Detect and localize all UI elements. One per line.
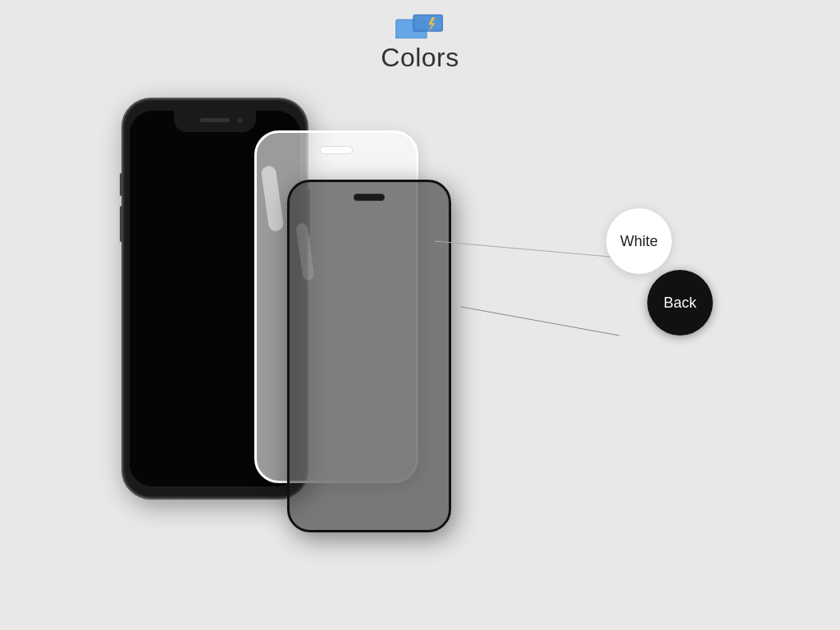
glass-protector-black: [287, 180, 451, 532]
color-label-white[interactable]: White: [606, 208, 672, 274]
svg-line-6: [461, 307, 619, 336]
svg-rect-3: [414, 16, 441, 30]
color-label-black[interactable]: Back: [647, 270, 713, 336]
main-content: White Back: [0, 81, 840, 630]
iphone-side-btn-mute: [120, 173, 123, 196]
iphone-side-btn-volume: [120, 206, 123, 242]
svg-line-5: [435, 241, 619, 258]
page-title: Colors: [381, 43, 459, 73]
iphone-notch: [174, 111, 256, 132]
color-label-black-text: Back: [664, 294, 696, 312]
page-header: Colors: [381, 15, 459, 73]
color-label-white-text: White: [620, 233, 658, 250]
logo-icon: [395, 15, 445, 38]
